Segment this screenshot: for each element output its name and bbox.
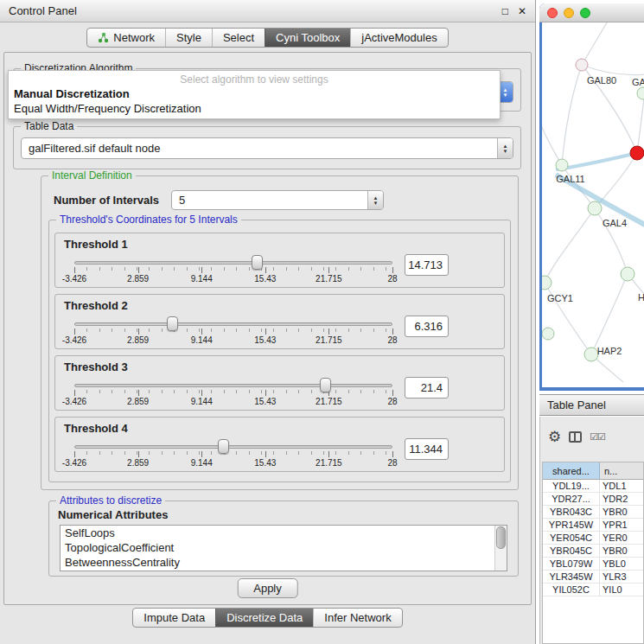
tab-impute-data[interactable]: Impute Data [133, 609, 215, 627]
threshold-label: Threshold 1 [55, 233, 504, 251]
control-panel-titlebar: Control Panel □ ✕ [0, 0, 535, 22]
tab-label: Style [176, 31, 201, 44]
node[interactable] [621, 267, 634, 281]
node-label: GCY1 [547, 293, 573, 303]
tab-discretize-data[interactable]: Discretize Data [215, 609, 313, 627]
tab-select[interactable]: Select [212, 29, 265, 47]
node-label: GAL80 [587, 75, 616, 86]
algorithm-dropdown-list: Select algorithm to view settings Manual… [8, 70, 501, 119]
close-icon[interactable]: ✕ [518, 5, 526, 17]
threshold-1-slider[interactable]: -3.426 2.859 9.144 15.43 21.715 28 [74, 253, 392, 284]
number-of-intervals-select[interactable]: 5 ▲▼ [171, 190, 384, 210]
threshold-2-panel: Threshold 2 -3.426 2.859 9.144 15.43 [54, 294, 505, 349]
node-label-partial: GA [632, 77, 644, 87]
tab-label: Discretize Data [226, 611, 303, 624]
group-title: Interval Definition [48, 169, 136, 182]
list-item[interactable]: SelfLoops [61, 526, 507, 540]
node-gal4[interactable] [588, 201, 602, 215]
node-gal80[interactable] [576, 59, 588, 71]
node-label-partial: H [638, 292, 644, 303]
dropdown-option-manual[interactable]: Manual Discretization [9, 86, 500, 101]
threshold-3-panel: Threshold 3 -3.426 2.859 9.144 15.43 [54, 355, 505, 411]
slider-thumb[interactable] [167, 316, 178, 331]
table-panel-titlebar: Table Panel [539, 394, 644, 416]
table-toolbar: ⚙ ☑☑ [540, 417, 644, 456]
slider-track[interactable] [74, 384, 392, 387]
tab-label: Impute Data [143, 611, 205, 624]
tab-label: Infer Network [324, 611, 391, 624]
table-row[interactable]: YER054CYER0 [543, 532, 643, 545]
slider-thumb[interactable] [320, 378, 331, 392]
apply-button[interactable]: Apply [237, 578, 298, 598]
table-row[interactable]: YPR145WYPR1 [543, 519, 643, 532]
node[interactable] [542, 328, 554, 340]
slider-thumb[interactable] [218, 439, 229, 454]
column-header-name[interactable]: n... [600, 462, 643, 479]
column-header-shared[interactable]: shared... [543, 462, 600, 479]
columns-icon[interactable] [569, 431, 582, 443]
slider-track[interactable] [74, 322, 392, 326]
threshold-value-input[interactable]: 21.4 [405, 377, 449, 399]
table-row[interactable]: YLR345WYLR3 [543, 571, 643, 583]
threshold-4-panel: Threshold 4 -3.426 2.859 9.144 15.43 [54, 417, 505, 472]
node-gal11[interactable] [556, 159, 568, 171]
table-row[interactable]: YBR043CYBR0 [543, 506, 643, 519]
slider-thumb[interactable] [252, 255, 263, 270]
node-label: GAL4 [603, 218, 627, 228]
slider-track[interactable] [74, 445, 392, 449]
close-traffic-light-icon[interactable] [547, 8, 558, 18]
threshold-value-input[interactable]: 11.344 [405, 438, 449, 460]
list-item[interactable]: TopologicalCoefficient [61, 540, 507, 555]
slider-track[interactable] [74, 261, 392, 265]
table-header-row: shared... n... [543, 462, 643, 480]
network-window-titlebar [539, 3, 644, 22]
threshold-3-slider[interactable]: -3.426 2.859 9.144 15.43 21.715 28 [74, 376, 392, 407]
dropdown-option-equal-width[interactable]: Equal Width/Frequency Discretization [9, 101, 500, 116]
network-nodes [542, 59, 644, 361]
window-title: Control Panel [9, 4, 502, 17]
table-row[interactable]: YBR045CYBR0 [543, 545, 643, 558]
node-hap2[interactable] [584, 348, 598, 361]
tab-network[interactable]: Network [87, 29, 165, 47]
node-partial[interactable] [637, 87, 644, 99]
group-title: Threshold's Coordinates for 5 Intervals [56, 214, 241, 226]
list-scrollbar[interactable] [494, 526, 507, 571]
table-data-group: Table Data galFiltered.sif default node … [13, 126, 521, 169]
thresholds-group: Threshold's Coordinates for 5 Intervals … [48, 220, 511, 482]
threshold-1-panel: Threshold 1 -3.426 2.859 9.144 15.43 [54, 233, 505, 288]
threshold-value-input[interactable]: 6.316 [405, 316, 449, 337]
tab-label: Network [113, 31, 155, 44]
stepper-icon: ▲▼ [367, 191, 383, 209]
threshold-value-input[interactable]: 14.713 [405, 254, 449, 276]
table-row[interactable]: YBL079WYBL0 [543, 558, 643, 571]
select-columns-icon[interactable]: ☑☑ [590, 431, 605, 443]
zoom-traffic-light-icon[interactable] [580, 8, 590, 18]
list-item[interactable]: BetweennessCentrality [61, 555, 507, 570]
node-selected-red[interactable] [630, 146, 644, 160]
table-row[interactable]: YDL19...YDL1 [543, 480, 643, 493]
table-row[interactable]: YIL052CYIL0 [543, 583, 643, 596]
bottom-tabbar: Impute Data Discretize Data Infer Networ… [0, 608, 535, 628]
tab-style[interactable]: Style [165, 29, 212, 47]
threshold-4-slider[interactable]: -3.426 2.859 9.144 15.43 21.715 28 [74, 437, 392, 469]
tab-label: Select [223, 31, 254, 44]
group-title: Table Data [21, 120, 77, 132]
table-row[interactable]: YDR27...YDR2 [543, 493, 643, 506]
tab-cyni-toolbox[interactable]: Cyni Toolbox [265, 29, 350, 47]
threshold-2-slider[interactable]: -3.426 2.859 9.144 15.43 21.715 28 [74, 315, 392, 346]
tab-jactivemodules[interactable]: jActiveModules [350, 29, 447, 47]
float-icon[interactable]: □ [502, 5, 508, 17]
gear-icon[interactable]: ⚙ [548, 428, 561, 446]
cyni-toolbox-panel: Discretization Algorithm ▲▼ Select algor… [3, 52, 532, 605]
table-data-select[interactable]: galFiltered.sif default node ▲▼ [21, 137, 513, 159]
minimize-traffic-light-icon[interactable] [564, 8, 574, 18]
node-gcy1[interactable] [542, 276, 552, 290]
tab-infer-network[interactable]: Infer Network [313, 609, 401, 627]
network-canvas[interactable]: GAL80 GA GAL11 GAL4 GCY1 H HAP2 [542, 22, 644, 387]
tab-label: jActiveModules [361, 31, 437, 44]
scrollbar-thumb[interactable] [496, 526, 506, 549]
threshold-label: Threshold 3 [55, 356, 504, 373]
top-tabbar: Network Style Select Cyni Toolbox jActiv… [0, 22, 535, 52]
group-title: Attributes to discretize [56, 494, 165, 507]
number-of-intervals-label: Number of Intervals [54, 194, 159, 207]
